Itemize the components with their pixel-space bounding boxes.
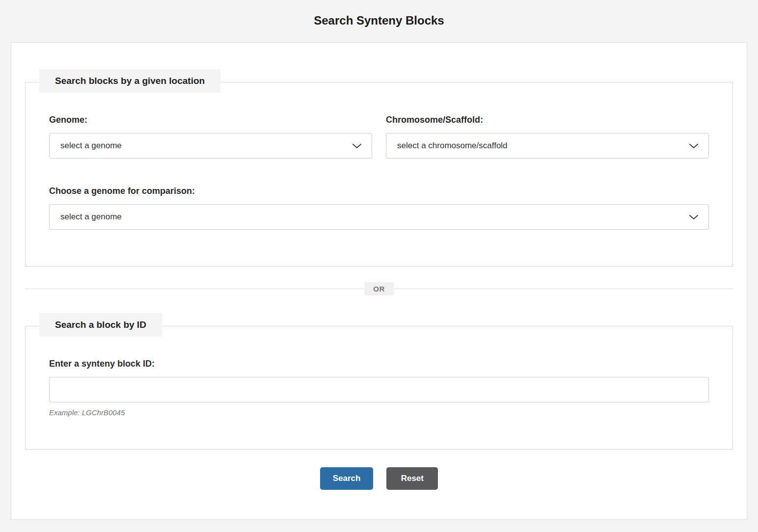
- genome-select-value: select a genome: [60, 141, 345, 151]
- location-form-grid: Genome: select a genome Chromosome/Scaff…: [49, 115, 709, 230]
- chromosome-field: Chromosome/Scaffold: select a chromosome…: [386, 115, 709, 159]
- or-divider: OR: [25, 289, 733, 289]
- id-section-legend: Search a block by ID: [39, 313, 162, 337]
- id-search-section: Search a block by ID Enter a synteny blo…: [25, 326, 733, 450]
- comparison-genome-select[interactable]: select a genome: [49, 204, 709, 230]
- chevron-down-icon: [352, 143, 362, 149]
- comparison-genome-field: Choose a genome for comparison: select a…: [49, 186, 709, 230]
- block-id-field: Enter a synteny block ID: Example: LGChr…: [49, 359, 709, 417]
- genome-field: Genome: select a genome: [49, 115, 372, 159]
- chevron-down-icon: [689, 143, 699, 149]
- page-title: Search Synteny Blocks: [0, 14, 758, 27]
- chromosome-select-value: select a chromosome/scaffold: [397, 141, 682, 151]
- search-button[interactable]: Search: [320, 467, 374, 490]
- chevron-down-icon: [689, 214, 699, 220]
- block-id-example: Example: LGChrB0045: [49, 408, 709, 417]
- genome-label: Genome:: [49, 115, 372, 125]
- genome-select[interactable]: select a genome: [49, 133, 372, 159]
- chromosome-label: Chromosome/Scaffold:: [386, 115, 709, 125]
- comparison-genome-label: Choose a genome for comparison:: [49, 186, 709, 196]
- reset-button[interactable]: Reset: [386, 467, 438, 490]
- location-search-section: Search blocks by a given location Genome…: [25, 82, 733, 266]
- main-panel: Search blocks by a given location Genome…: [11, 42, 747, 520]
- chromosome-select[interactable]: select a chromosome/scaffold: [386, 133, 709, 159]
- comparison-genome-select-value: select a genome: [60, 212, 682, 222]
- location-section-legend: Search blocks by a given location: [39, 69, 220, 93]
- block-id-label: Enter a synteny block ID:: [49, 359, 709, 369]
- form-actions: Search Reset: [11, 467, 747, 490]
- block-id-input[interactable]: [49, 377, 709, 402]
- or-divider-label: OR: [364, 282, 394, 295]
